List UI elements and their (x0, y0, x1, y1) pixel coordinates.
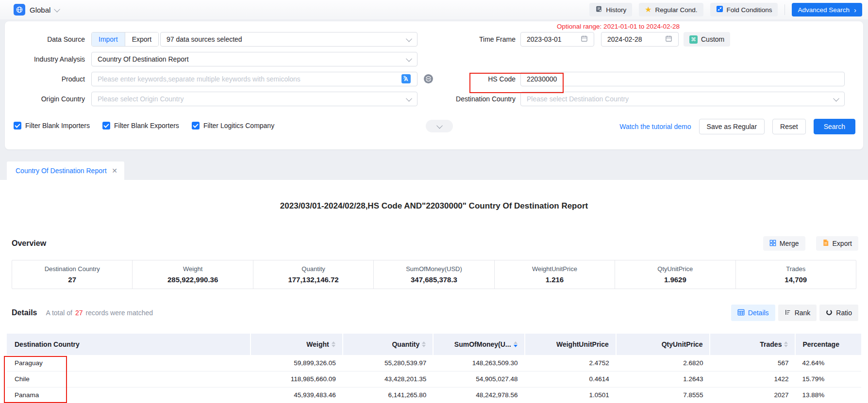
table-row: Paraguay59,899,326.0555,280,539.97148,26… (7, 355, 861, 371)
hs-code-input[interactable]: 22030000 (520, 72, 845, 86)
hs-code-label: HS Code (413, 72, 516, 86)
translate-icon[interactable]: A (401, 74, 411, 84)
chevron-right-icon: › (854, 6, 856, 14)
view-details-label: Details (748, 309, 769, 317)
sort-icon[interactable] (784, 341, 788, 347)
chevron-down-icon (406, 95, 412, 101)
matched-prefix: A total of (46, 309, 72, 317)
overview-stat: QtyUnitPrice 1.9629 (615, 260, 735, 289)
globe-icon (14, 4, 25, 16)
filter-checkbox[interactable]: Filter Logitics Company (192, 122, 274, 129)
destination-country-select[interactable]: Please select Destination Country (520, 92, 845, 106)
export-button[interactable]: Export (816, 236, 858, 251)
product-input[interactable]: Please enter keywords,separate multiple … (91, 72, 417, 86)
star-icon: ★ (645, 6, 651, 14)
overview-stat: WeightUnitPrice 1.216 (495, 260, 615, 289)
stat-value: 27 (68, 275, 76, 284)
column-label: WeightUnitPrice (556, 340, 609, 348)
filter-checkbox-label: Filter Blank Importers (25, 122, 90, 129)
table-column-header[interactable]: QtyUnitPrice (616, 334, 710, 355)
filter-checkbox[interactable]: Filter Blank Importers (14, 122, 90, 129)
regular-cond-button[interactable]: ★ Regular Cond. (639, 3, 703, 16)
table-cell: 0.4614 (525, 371, 616, 387)
report-title: 2023/03/01-2024/02/28,HS Code AND"220300… (0, 201, 868, 211)
merge-button[interactable]: Merge (763, 236, 805, 251)
advanced-search-button[interactable]: Advanced Search › (792, 3, 862, 16)
overview-stat: Weight 285,922,990.36 (133, 260, 253, 289)
region-selector[interactable]: Global (14, 4, 59, 16)
filter-checkbox-label: Filter Logitics Company (203, 122, 274, 129)
end-date-input[interactable]: 2024-02-28 (601, 32, 679, 47)
history-button[interactable]: History (589, 3, 632, 16)
table-cell: 54,905,027.48 (433, 371, 524, 387)
table-column-header[interactable]: Quantity (343, 334, 434, 355)
checkbox-checked-icon[interactable] (192, 122, 200, 129)
table-cell: 1.0501 (525, 387, 616, 403)
table-column-header[interactable]: Destination Country (7, 334, 250, 355)
custom-range-button[interactable]: ⌘ Custom (684, 32, 730, 47)
filter-checkbox[interactable]: Filter Blank Exporters (102, 122, 179, 129)
table-cell: 13.88% (795, 387, 861, 403)
reset-button[interactable]: Reset (772, 119, 806, 134)
overview-stat: SumOfMoney(USD) 347,685,378.3 (374, 260, 494, 289)
topbar: Global History ★ Regular Cond. Fold Cond… (0, 0, 868, 19)
table-column-header[interactable]: Weight (250, 334, 343, 355)
column-label: Destination Country (15, 340, 80, 348)
close-icon[interactable]: ✕ (112, 167, 117, 175)
fold-icon (716, 5, 723, 14)
start-date-value: 2023-03-01 (527, 35, 562, 43)
table-column-header[interactable]: SumOfMoney(U... (433, 334, 524, 355)
industry-analysis-select[interactable]: Country Of Destination Report (91, 52, 417, 66)
table-cell: 2.4752 (525, 355, 616, 371)
table-header-row: Destination Country Weight Quantity SumO… (7, 334, 861, 355)
checkbox-checked-icon[interactable] (14, 122, 21, 129)
column-label: Percentage (802, 340, 839, 348)
region-label: Global (30, 6, 50, 14)
sort-icon[interactable] (422, 341, 426, 347)
stat-label: Destination Country (45, 265, 100, 273)
data-sources-value: 97 data sources selected (167, 35, 242, 43)
tab-title: Country Of Destination Report (16, 167, 107, 175)
stat-label: Weight (183, 265, 202, 273)
table-column-header[interactable]: Trades (710, 334, 795, 355)
view-rank-button[interactable]: Rank (778, 305, 817, 321)
merge-label: Merge (780, 240, 799, 247)
search-button[interactable]: Search (814, 119, 855, 134)
stat-value: 285,922,990.36 (167, 275, 218, 284)
origin-country-select[interactable]: Please select Origin Country (91, 92, 417, 106)
data-source-label: Data Source (5, 32, 85, 47)
table-column-header[interactable]: WeightUnitPrice (525, 334, 616, 355)
history-icon (595, 5, 602, 14)
fold-conditions-button[interactable]: Fold Conditions (710, 3, 778, 16)
origin-country-placeholder: Please select Origin Country (98, 95, 184, 103)
table-cell: 42.64% (795, 355, 861, 371)
data-source-segmented: Import Export (91, 32, 159, 47)
save-as-regular-button[interactable]: Save as Regular (699, 119, 765, 134)
sort-icon[interactable] (332, 341, 335, 347)
checkbox-checked-icon[interactable] (102, 122, 110, 129)
import-tab[interactable]: Import (92, 32, 125, 46)
start-date-input[interactable]: 2023-03-01 (520, 32, 594, 47)
tutorial-link[interactable]: Watch the tutorial demo (619, 123, 691, 130)
command-icon: ⌘ (689, 35, 698, 44)
details-heading: Details (12, 308, 37, 317)
table-row: Chile118,985,660.0943,428,201.3554,905,0… (7, 371, 861, 387)
table-column-header[interactable]: Percentage (795, 334, 861, 355)
view-details-button[interactable]: Details (731, 305, 775, 321)
industry-analysis-value: Country Of Destination Report (98, 55, 189, 63)
hs-code-value: 22030000 (527, 75, 557, 83)
stat-label: QtyUnitPrice (657, 265, 693, 273)
export-tab[interactable]: Export (125, 32, 158, 46)
calendar-icon (665, 35, 672, 44)
view-ratio-button[interactable]: Ratio (819, 305, 858, 321)
overview-stat: Quantity 177,132,146.72 (253, 260, 374, 289)
tab-country-of-destination-report[interactable]: Country Of Destination Report ✕ (7, 161, 124, 180)
chevron-down-icon (406, 35, 412, 42)
sort-icon[interactable] (514, 341, 517, 347)
column-label: SumOfMoney(U... (454, 340, 511, 348)
view-rank-label: Rank (795, 309, 811, 317)
table-cell: 2.6820 (616, 355, 710, 371)
data-sources-select[interactable]: 97 data sources selected (160, 32, 417, 47)
collapse-conditions-button[interactable] (426, 120, 453, 132)
table-cell: 48,242,978.56 (433, 387, 524, 403)
